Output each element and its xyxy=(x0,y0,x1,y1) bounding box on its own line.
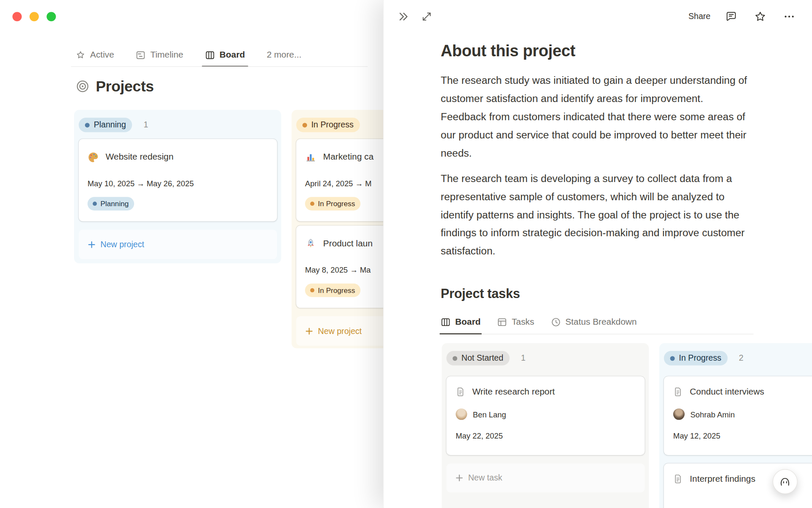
expand-diagonal-icon xyxy=(421,11,433,22)
close-side-peek-button[interactable] xyxy=(395,8,411,25)
new-project-button[interactable]: New project xyxy=(79,229,277,259)
double-chevron-right-icon xyxy=(397,10,409,22)
tabs-divider xyxy=(71,66,368,67)
comment-icon xyxy=(725,10,737,22)
minimize-window-button[interactable] xyxy=(30,12,39,21)
more-dots-icon xyxy=(783,10,795,22)
more-options-button[interactable] xyxy=(781,8,798,25)
rocket-icon xyxy=(305,238,316,249)
card-status-tag: Planning xyxy=(88,197,134,210)
assignee-name: Sohrab Amin xyxy=(690,410,735,419)
zoom-window-button[interactable] xyxy=(47,12,56,21)
favorite-button[interactable] xyxy=(752,8,768,25)
group-label-not-started[interactable]: Not Started xyxy=(447,351,510,365)
tag-label: Planning xyxy=(101,199,129,209)
timeline-icon xyxy=(136,50,145,60)
notion-app-window: Active Timeline Board 2 more... Projects xyxy=(0,0,812,508)
task-column-not-started: Not Started 1 Write research report Ben … xyxy=(442,343,649,508)
tab-board[interactable]: Board xyxy=(440,317,482,334)
document-page-icon xyxy=(673,474,683,484)
group-label-in-progress[interactable]: In Progress xyxy=(296,118,359,132)
notion-ai-button[interactable] xyxy=(773,469,798,494)
expand-page-button[interactable] xyxy=(419,9,435,25)
document-title[interactable]: About this project xyxy=(441,41,812,62)
group-label-in-progress[interactable]: In Progress xyxy=(664,351,727,365)
plus-icon xyxy=(88,240,96,249)
assignee-row: Ben Lang xyxy=(456,409,506,420)
new-project-label: New project xyxy=(318,326,362,336)
star-view-icon xyxy=(76,50,85,60)
document-paragraph: The research team is developing a survey… xyxy=(441,169,752,260)
plus-icon xyxy=(305,327,313,335)
group-name: Planning xyxy=(94,120,126,130)
tag-label: In Progress xyxy=(318,199,355,209)
group-label-planning[interactable]: Planning xyxy=(79,118,132,132)
panel-toolbar: Share xyxy=(384,0,812,33)
card-title: Conduct interviews xyxy=(690,387,764,397)
status-dot-icon xyxy=(670,356,675,361)
tag-label: In Progress xyxy=(318,285,355,295)
status-dot-icon xyxy=(310,202,314,206)
table-icon xyxy=(497,317,507,327)
target-icon xyxy=(76,79,90,93)
share-button[interactable]: Share xyxy=(689,12,710,21)
tasks-view-tabs: Board Tasks Status Breakdown xyxy=(440,317,754,334)
document-paragraph: The research study was initiated to gain… xyxy=(441,72,752,162)
close-window-button[interactable] xyxy=(12,12,22,21)
view-tabs-more[interactable]: 2 more... xyxy=(263,44,304,67)
group-name: In Progress xyxy=(679,353,721,363)
plus-icon xyxy=(455,474,464,482)
page-header: Projects xyxy=(76,78,154,95)
status-dot-icon xyxy=(93,202,97,206)
card-title: Marketing ca xyxy=(323,152,373,162)
card-title: Product laun xyxy=(323,238,373,248)
new-project-label: New project xyxy=(101,240,144,249)
card-date-range: April 24, 2025 → M xyxy=(305,179,371,188)
tab-status-breakdown[interactable]: Status Breakdown xyxy=(550,317,638,334)
avatar xyxy=(456,409,467,420)
column-header: In Progress 2 xyxy=(664,351,743,365)
view-tab-label: Board xyxy=(219,50,245,60)
board-icon xyxy=(205,50,215,60)
view-tab-active[interactable]: Active xyxy=(72,44,117,67)
group-name: Not Started xyxy=(461,353,503,363)
comments-button[interactable] xyxy=(723,8,739,25)
view-tab-timeline[interactable]: Timeline xyxy=(133,44,187,67)
project-card-website-redesign[interactable]: Website redesign May 10, 2025 → May 26, … xyxy=(79,139,277,221)
side-peek-panel: Share About this project xyxy=(383,0,812,508)
star-icon xyxy=(754,10,766,22)
tab-tasks[interactable]: Tasks xyxy=(496,317,535,334)
bar-chart-icon xyxy=(305,152,316,163)
board-column-planning: Planning 1 Website redesign May 10, 2025… xyxy=(74,110,281,263)
column-header: Planning 1 xyxy=(79,118,148,132)
group-count: 2 xyxy=(739,353,743,363)
status-dot-icon xyxy=(453,356,457,361)
card-status-tag: In Progress xyxy=(305,197,360,210)
column-header: In Progress xyxy=(296,118,359,132)
avatar xyxy=(673,409,685,420)
status-dot-icon xyxy=(310,288,314,293)
task-card-write-research-report[interactable]: Write research report Ben Lang May 22, 2… xyxy=(447,376,645,455)
document-page-icon xyxy=(673,387,683,397)
view-tab-board[interactable]: Board xyxy=(202,44,248,67)
task-card-conduct-interviews[interactable]: Conduct interviews Sohrab Amin May 12, 2… xyxy=(664,376,812,455)
column-header: Not Started 1 xyxy=(447,351,526,365)
assignee-row: Sohrab Amin xyxy=(673,409,735,420)
card-title: Write research report xyxy=(472,387,555,397)
group-count: 1 xyxy=(521,353,526,363)
card-date-range: May 8, 2025 → Ma xyxy=(305,265,370,274)
tab-label: Board xyxy=(455,317,480,327)
view-tab-label: 2 more... xyxy=(267,50,302,60)
new-task-button[interactable]: New task xyxy=(447,464,645,493)
card-date: May 12, 2025 xyxy=(673,431,720,440)
status-dot-icon xyxy=(302,123,307,127)
section-heading-project-tasks: Project tasks xyxy=(441,285,812,302)
board-icon xyxy=(441,317,450,327)
card-title: Website redesign xyxy=(106,152,173,162)
page-title[interactable]: Projects xyxy=(96,78,154,95)
clock-icon xyxy=(551,317,560,327)
window-controls xyxy=(12,12,56,21)
database-view-tabs: Active Timeline Board 2 more... xyxy=(72,44,304,67)
assignee-name: Ben Lang xyxy=(473,410,506,419)
palette-icon xyxy=(88,152,99,163)
